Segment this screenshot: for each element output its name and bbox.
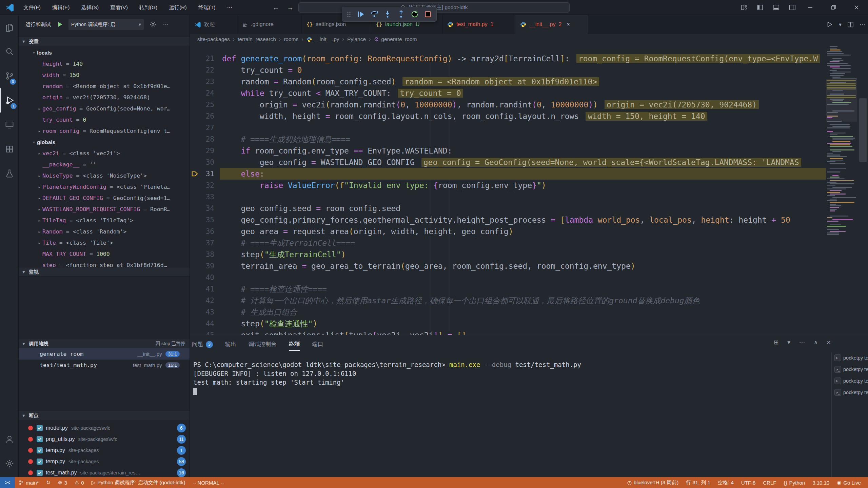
variable-row-__package__[interactable]: __package__ = '' xyxy=(19,159,190,170)
panel-tab-终端[interactable]: 终端 xyxy=(289,338,300,351)
code-line-33[interactable]: 33 xyxy=(190,191,826,203)
terminal-dropdown-icon[interactable]: ▾ xyxy=(787,339,790,346)
variable-row-PlanetaryWindConfig[interactable]: ▸PlanetaryWindConfig = <class 'Planeta… xyxy=(19,181,190,192)
nav-back-icon[interactable]: ← xyxy=(270,0,282,15)
status-item-left-5[interactable]: -- NORMAL -- xyxy=(189,477,228,488)
launch-config-select[interactable]: Python 调试程序: 启 ▾ xyxy=(68,19,144,30)
watch-section-header[interactable]: ▾监视 xyxy=(19,267,190,277)
status-item-left-2[interactable]: ⊗3 xyxy=(54,477,71,488)
stack-frame-1[interactable]: test/test_math.pytest_math.py16:1 xyxy=(19,360,190,371)
code-line-23[interactable]: 23 random = Random(room_config.seed)rand… xyxy=(190,76,826,87)
variable-row-TileTag[interactable]: ▸TileTag = <class 'TileTag'> xyxy=(19,215,190,226)
code-line-41[interactable]: 41 # ====检查连通性==== xyxy=(190,283,826,295)
status-item-right-2[interactable]: 空格: 4 xyxy=(714,477,737,488)
panel-tab-输出[interactable]: 输出 xyxy=(225,338,236,351)
variable-row-width[interactable]: width = 150 xyxy=(19,69,190,81)
variable-row-Random[interactable]: ▸Random = <class 'Random'> xyxy=(19,226,190,237)
code-line-21[interactable]: 21def generate_room(room_config: RoomReq… xyxy=(190,53,826,64)
activity-item-explorer[interactable] xyxy=(0,15,19,39)
code-line-45[interactable]: 45 exit_combinations:list[tuple[vec2i, v… xyxy=(190,329,826,335)
run-dropdown-icon[interactable]: ▾ xyxy=(839,21,842,28)
activity-item-extensions[interactable] xyxy=(0,137,19,161)
step-out-button[interactable] xyxy=(395,8,407,20)
gear-icon[interactable] xyxy=(149,21,157,28)
terminal-output[interactable]: PS C:\computer_science\godot-ldtk\site-p… xyxy=(193,360,824,395)
tab-__init__.py[interactable]: __init__.py2× xyxy=(515,15,588,34)
variable-row-Tile[interactable]: ▸Tile = <class 'Tile'> xyxy=(19,237,190,248)
menu-item-5[interactable]: 运行(R) xyxy=(163,0,193,15)
toggle-secondary-sidebar-icon[interactable] xyxy=(789,4,796,11)
editor-more-icon[interactable]: ⋯ xyxy=(860,21,866,28)
status-item-left-3[interactable]: ⚠0 xyxy=(71,477,88,488)
menu-item-4[interactable]: 转到(G) xyxy=(134,0,163,15)
tab-欢迎[interactable]: 欢迎 xyxy=(190,15,237,34)
side-more-icon[interactable]: ⋯ xyxy=(162,21,168,28)
stop-button[interactable] xyxy=(422,8,434,20)
breakpoint-checkbox[interactable] xyxy=(37,436,43,442)
code-line-38[interactable]: 38 step("生成TerrainCell") xyxy=(190,249,826,260)
breakpoint-row-0[interactable]: model.pysite-packages\wfc6 xyxy=(19,422,190,433)
status-item-right-6[interactable]: 3.10.10 xyxy=(809,477,833,488)
terminal-instance-3[interactable]: >_pocketpy te… xyxy=(832,387,868,398)
breakpoint-row-3[interactable]: temp.pysite-packages58 xyxy=(19,456,190,467)
variable-row-try_count[interactable]: try_count = 0 xyxy=(19,114,190,125)
code-line-22[interactable]: 22 try_count = 0 xyxy=(190,64,826,76)
variable-row-geo_config[interactable]: ▸geo_config = GeoConfig(seed=None, wor… xyxy=(19,103,190,114)
code-line-32[interactable]: 32 raise ValueError(f"Invalid env type: … xyxy=(190,180,826,191)
variable-row-NoiseType[interactable]: ▸NoiseType = <class 'NoiseType'> xyxy=(19,170,190,181)
code-line-24[interactable]: 24 while try_count < MAX_TRY_COUNT:try_c… xyxy=(190,87,826,99)
toggle-sidebar-icon[interactable] xyxy=(756,4,764,11)
activity-item-testing[interactable] xyxy=(0,161,19,186)
activity-item-account[interactable] xyxy=(0,427,19,451)
code-line-27[interactable]: 27 xyxy=(190,122,826,134)
breakpoint-checkbox[interactable] xyxy=(37,447,43,453)
code-line-29[interactable]: 29 if room_config.env_type == EnvType.WA… xyxy=(190,145,826,157)
breadcrumb-item-__init__.py[interactable]: __init__.py xyxy=(307,36,339,42)
variables-section-header[interactable]: ▾变量 xyxy=(19,37,190,46)
breakpoint-row-2[interactable]: temp.pysite-packages1 xyxy=(19,445,190,456)
breadcrumb-item-rooms[interactable]: rooms xyxy=(284,36,298,42)
status-item-right-4[interactable]: CRLF xyxy=(759,477,780,488)
status-item-right-3[interactable]: UTF-8 xyxy=(737,477,760,488)
breakpoints-section-header[interactable]: ▾断点 xyxy=(19,411,190,420)
variable-row-WASTELAND_ROOM_REQUEST_CONFIG[interactable]: ▸WASTELAND_ROOM_REQUEST_CONFIG = RoomR… xyxy=(19,204,190,215)
tab-.gdignore[interactable]: .gdignore xyxy=(237,15,302,34)
activity-item-source-control[interactable]: 3 xyxy=(0,64,19,88)
code-line-31[interactable]: 31 else: xyxy=(190,168,826,180)
continue-button[interactable] xyxy=(355,8,367,20)
callstack-section-header[interactable]: ▾调用堆栈 因 step 已暂停 xyxy=(19,339,190,348)
breadcrumb-item-terrain_research[interactable]: terrain_research xyxy=(238,36,276,42)
status-item-left-0[interactable]: main* xyxy=(15,477,42,488)
status-item-right-7[interactable]: ◉Go Live xyxy=(833,477,865,488)
toggle-panel-icon[interactable] xyxy=(772,4,780,11)
minimize-button[interactable] xyxy=(799,0,822,15)
minimap[interactable] xyxy=(826,45,857,335)
variables-scope-locals[interactable]: ▾locals xyxy=(19,47,190,58)
panel-tab-端口[interactable]: 端口 xyxy=(312,338,323,351)
start-debug-icon[interactable] xyxy=(56,21,64,28)
status-item-right-5[interactable]: {}Python xyxy=(780,477,809,488)
menu-item-0[interactable]: 文件(F) xyxy=(18,0,46,15)
status-item-right-1[interactable]: 行 31, 列 1 xyxy=(682,477,714,488)
activity-item-search[interactable] xyxy=(0,39,19,64)
terminal-instance-2[interactable]: >_pocketpy te… xyxy=(832,375,868,387)
variable-row-MAX_TRY_COUNT[interactable]: MAX_TRY_COUNT = 1000 xyxy=(19,248,190,260)
tab-close-icon[interactable]: × xyxy=(567,21,570,28)
code-editor[interactable]: 21def generate_room(room_config: RoomReq… xyxy=(190,45,868,335)
terminal-instance-0[interactable]: >_pocketpy te… xyxy=(832,352,868,364)
variable-row-step[interactable]: step = <function step at 0x1bf8d716d… xyxy=(19,260,190,267)
breakpoint-checkbox[interactable] xyxy=(37,470,43,476)
variable-row-room_config[interactable]: ▸room_config = RoomRequestConfig(env_t… xyxy=(19,125,190,137)
panel-more-icon[interactable]: ⋯ xyxy=(799,339,805,346)
code-line-40[interactable]: 40 xyxy=(190,272,826,283)
code-line-28[interactable]: 28 # ====生成初始地理信息==== xyxy=(190,134,826,145)
split-editor-icon[interactable] xyxy=(847,21,854,28)
variable-row-DEFAULT_GEO_CONFIG[interactable]: ▸DEFAULT_GEO_CONFIG = GeoConfig(seed=1… xyxy=(19,192,190,204)
close-panel-icon[interactable]: × xyxy=(827,339,831,346)
code-line-26[interactable]: 26 width, height = room_config.layout.n_… xyxy=(190,110,826,122)
variable-row-random[interactable]: random = <Random object at 0x1bf9d01e… xyxy=(19,81,190,92)
status-item-right-0[interactable]: ◷blueloveTH (3 周前) xyxy=(624,477,683,488)
code-line-43[interactable]: 43 # 生成出口组合 xyxy=(190,306,826,318)
code-line-39[interactable]: 39 terrain_area = geo_area_to_terrain(ge… xyxy=(190,260,826,272)
panel-tab-调试控制台[interactable]: 调试控制台 xyxy=(249,338,277,351)
